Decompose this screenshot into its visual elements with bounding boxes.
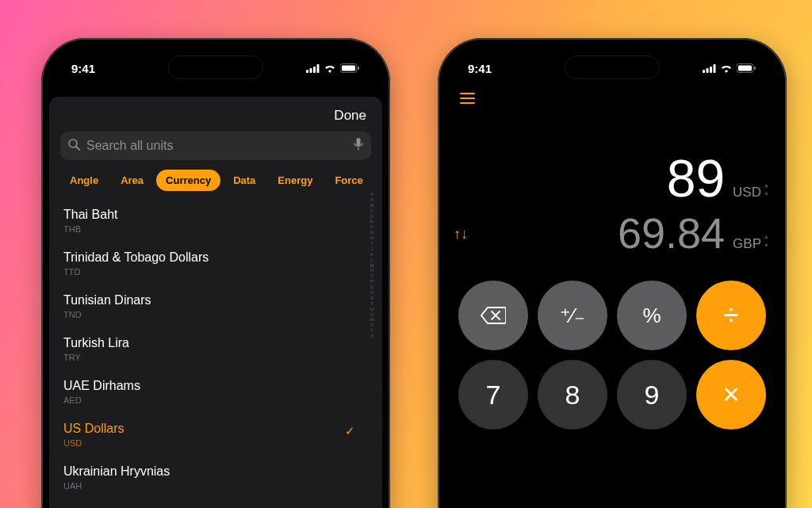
modal-header: Done (49, 97, 382, 132)
category-tabs: AngleAreaCurrencyDataEnergyForceFu (49, 170, 382, 199)
battery-icon (737, 62, 756, 75)
tab-angle[interactable]: Angle (60, 170, 108, 191)
alphabet-index[interactable]: #ABCDEFGHIJKLMNOPQRSTUVWXYZ (366, 192, 377, 508)
currency-name: UAE Dirhams (63, 378, 368, 394)
svg-rect-16 (754, 67, 756, 70)
svg-rect-3 (317, 64, 320, 73)
key-7[interactable]: 7 (458, 360, 528, 430)
list-item[interactable]: UAE DirhamsAED (49, 370, 382, 413)
status-icons (306, 62, 360, 75)
currency-code: TTD (63, 267, 368, 277)
secondary-row: ↑↓ 69.84 GBP ˄˅ (458, 208, 766, 258)
tab-area[interactable]: Area (111, 170, 153, 191)
key-multiply[interactable]: × (696, 360, 766, 430)
key-sign[interactable]: ⁺∕₋ (538, 281, 607, 350)
search-placeholder: Search all units (86, 139, 347, 153)
svg-rect-12 (710, 67, 712, 73)
status-icons (703, 62, 756, 75)
list-item[interactable]: Thai BahtTHB (49, 199, 382, 242)
svg-rect-13 (714, 64, 716, 73)
phone-frame-left: 9:41 Done Search all u (41, 38, 390, 508)
currency-name: Ukrainian Hryvnias (63, 464, 368, 479)
svg-point-20 (460, 93, 462, 94)
cellular-icon (703, 62, 716, 75)
svg-rect-0 (306, 70, 308, 73)
currency-name: Tunisian Dinars (63, 292, 368, 308)
status-time: 9:41 (71, 62, 95, 75)
svg-rect-9 (357, 138, 361, 146)
tab-data[interactable]: Data (224, 170, 265, 191)
currency-code: UAH (63, 481, 368, 491)
currency-code: AED (63, 395, 368, 405)
svg-line-8 (76, 147, 79, 150)
key-8[interactable]: 8 (538, 360, 607, 430)
currency-code: TND (63, 310, 368, 319)
svg-rect-6 (358, 67, 359, 70)
svg-point-22 (460, 102, 462, 104)
svg-rect-1 (310, 68, 312, 73)
search-icon (68, 139, 80, 154)
svg-rect-5 (342, 65, 355, 71)
cellular-icon (306, 62, 320, 75)
primary-value: 89 (667, 148, 725, 208)
list-item[interactable]: Tunisian DinarsTND (49, 285, 382, 327)
currency-code: USD (63, 438, 368, 448)
chevron-updown-icon: ˄˅ (764, 185, 766, 201)
calc-toolbar (458, 84, 766, 109)
phone-frame-right: 9:41 89 (438, 38, 787, 508)
chevron-updown-icon: ˄˅ (764, 236, 766, 252)
svg-point-21 (460, 97, 462, 99)
currency-code: TRY (63, 353, 368, 362)
list-item[interactable]: Ukrainian HryvniasUAH (49, 456, 382, 498)
calc-display: 89 USD ˄˅ ↑↓ 69.84 GBP ˄˅ (458, 148, 766, 274)
tab-energy[interactable]: Energy (268, 170, 322, 191)
primary-currency-selector[interactable]: USD ˄˅ (733, 185, 766, 207)
tab-force[interactable]: Force (325, 170, 372, 191)
dynamic-island (565, 55, 660, 79)
key-backspace[interactable] (458, 281, 528, 350)
swap-icon[interactable]: ↑↓ (454, 225, 468, 242)
wifi-icon (324, 62, 336, 75)
keypad: ⁺∕₋%÷789× (458, 281, 766, 437)
list-item[interactable]: Turkish LiraTRY (49, 327, 382, 370)
currency-name: US Dollars (63, 421, 368, 437)
tab-fu[interactable]: Fu (376, 170, 382, 191)
battery-icon (340, 62, 360, 75)
primary-row: 89 USD ˄˅ (458, 148, 766, 208)
done-button[interactable]: Done (334, 108, 366, 124)
wifi-icon (720, 62, 733, 75)
secondary-currency-selector[interactable]: GBP ˄˅ (733, 236, 766, 258)
status-time: 9:41 (468, 62, 492, 75)
list-item[interactable]: Trinidad & Tobago DollarsTTD (49, 242, 382, 285)
key-percent[interactable]: % (617, 281, 687, 350)
key-divide[interactable]: ÷ (696, 281, 766, 350)
secondary-value: 69.84 (618, 208, 725, 258)
screen-left: 9:41 Done Search all u (49, 46, 382, 508)
tab-currency[interactable]: Currency (156, 170, 220, 191)
svg-rect-11 (707, 68, 709, 73)
svg-rect-15 (738, 65, 752, 71)
currency-name: Turkish Lira (63, 335, 368, 351)
key-9[interactable]: 9 (617, 360, 687, 430)
currency-name: Thai Baht (63, 207, 368, 223)
dynamic-island (168, 55, 263, 79)
svg-rect-2 (313, 67, 316, 73)
search-input[interactable]: Search all units (60, 132, 371, 160)
currency-code: THB (63, 224, 368, 234)
mic-icon[interactable] (354, 138, 363, 154)
screen-right: 9:41 89 (446, 46, 779, 508)
calculator: 89 USD ˄˅ ↑↓ 69.84 GBP ˄˅ ⁺∕₋%÷789× (446, 84, 779, 508)
unit-picker-modal: Done Search all units AngleAreaCurrencyD… (49, 97, 382, 508)
currency-name: Trinidad & Tobago Dollars (63, 250, 368, 265)
history-icon[interactable] (460, 90, 476, 108)
svg-rect-10 (703, 70, 705, 73)
list-item[interactable]: US DollarsUSD (49, 413, 382, 456)
currency-list[interactable]: Thai BahtTHBTrinidad & Tobago DollarsTTD… (49, 199, 382, 498)
